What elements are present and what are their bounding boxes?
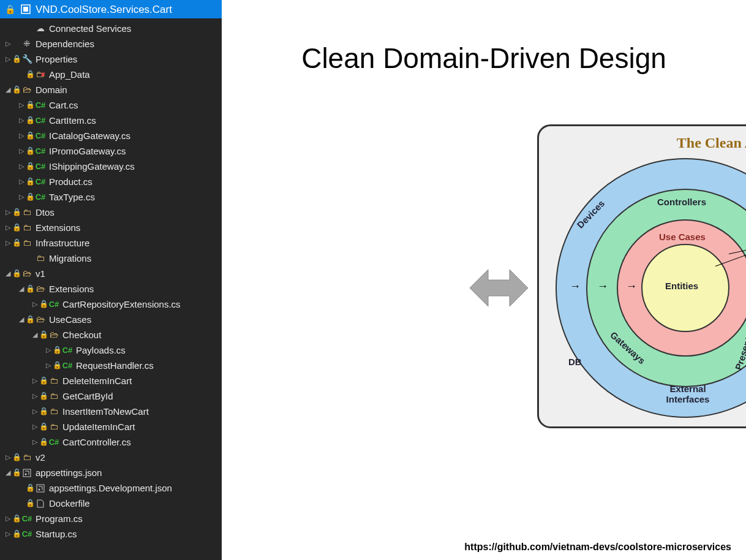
tree-item[interactable]: ▷🔒C#RequestHandler.cs (0, 358, 222, 373)
expand-arrow-icon[interactable]: ◢ (4, 266, 12, 281)
expand-arrow-icon[interactable]: ▷ (31, 404, 39, 419)
tree-item[interactable]: ▷🔒🗀Dtos (0, 205, 222, 220)
expand-arrow-icon[interactable]: ▷ (31, 373, 39, 388)
tree-item[interactable]: ▷🔒C#Product.cs (0, 174, 222, 189)
tree-item[interactable]: ▷⁜Dependencies (0, 36, 222, 51)
tree-item[interactable]: ▷🔒C#Cart.cs (0, 97, 222, 113)
tree-item[interactable]: ▷🔒🔧Properties (0, 51, 222, 67)
tree-item[interactable]: ▷🔒C#CartController.cs (0, 434, 222, 450)
expand-arrow-icon[interactable]: ▷ (17, 174, 26, 189)
tree-item-label: IPromoGateway.cs (47, 143, 126, 159)
expand-arrow-icon[interactable]: ▷ (31, 388, 39, 404)
expand-arrow-icon[interactable]: ◢ (17, 281, 26, 297)
tree-item[interactable]: ▷🔒C#TaxType.cs (0, 189, 222, 205)
cloud-icon: ☁ (34, 21, 47, 36)
expand-arrow-icon[interactable]: ▷ (17, 143, 26, 159)
arrow-in-icon: → (597, 280, 608, 293)
tree-item-label: Infrastructure (33, 235, 89, 251)
open-folder-icon: 🗁 (21, 266, 33, 281)
tree-item[interactable]: ▷🔒C#Startup.cs (0, 526, 222, 542)
tree-item[interactable]: ▷🔒C#CartRepositoryExtensions.cs (0, 297, 222, 312)
expand-arrow-icon[interactable]: ▷ (4, 220, 12, 235)
expand-arrow-icon[interactable]: ▷ (4, 205, 12, 220)
csharp-file-icon: C# (34, 189, 47, 205)
tree-item[interactable]: ☁Connected Services (0, 21, 222, 36)
lock-icon: 🔒 (26, 97, 34, 113)
expand-arrow-icon[interactable]: ◢ (4, 465, 12, 480)
csharp-file-icon: C# (34, 159, 47, 174)
tree-item[interactable]: ▷🔒🗀UpdateItemInCart (0, 419, 222, 434)
folder-icon: 🗀 (48, 419, 60, 434)
lock-icon: 🔒 (26, 143, 34, 159)
svg-rect-2 (23, 469, 31, 477)
lock-icon: 🔒 (4, 2, 16, 17)
expand-arrow-icon[interactable]: ▷ (44, 358, 53, 373)
tree-item-label: Extensions (47, 281, 94, 297)
folder-icon: 🗀 (48, 404, 60, 419)
tree-item-label: Properties (33, 51, 77, 67)
tree-item[interactable]: ◢🔒🗁Domain (0, 82, 222, 97)
expand-arrow-icon[interactable]: ▷ (4, 511, 12, 526)
expand-arrow-icon[interactable]: ▷ (44, 342, 53, 358)
expand-arrow-icon[interactable]: ▷ (4, 450, 12, 465)
tree-item[interactable]: ▷🔒🗀Extensions (0, 220, 222, 235)
expand-arrow-icon[interactable]: ◢ (31, 327, 39, 342)
tree-item[interactable]: ▷🔒🗀GetCartById (0, 388, 222, 404)
tree-item[interactable]: ▷🔒C#IShippingGateway.cs (0, 159, 222, 174)
expand-arrow-icon[interactable]: ◢ (4, 82, 12, 97)
tree-item[interactable]: ▷🔒C#Program.cs (0, 511, 222, 526)
tree-item[interactable]: ▷🔒🗀DeleteItemInCart (0, 373, 222, 388)
expand-arrow-icon[interactable]: ▷ (31, 419, 39, 434)
expand-arrow-icon[interactable]: ▷ (4, 51, 12, 67)
tree-item[interactable]: ◢🔒🗁Checkout (0, 327, 222, 342)
tree-item[interactable]: ▷🔒C#Payloads.cs (0, 342, 222, 358)
tree-item[interactable]: 🗀Migrations (0, 251, 222, 266)
footer-link[interactable]: https://github.com/vietnam-devs/coolstor… (464, 542, 731, 553)
expand-arrow-icon[interactable]: ◢ (17, 312, 26, 327)
expand-arrow-icon[interactable]: ▷ (17, 113, 26, 128)
project-title: VND.CoolStore.Services.Cart (36, 2, 172, 17)
tree: ☁Connected Services▷⁜Dependencies▷🔒🔧Prop… (0, 18, 222, 547)
tree-item[interactable]: 🔒appsettings.Development.json (0, 480, 222, 496)
tree-item-label: Program.cs (33, 511, 83, 526)
expand-arrow-icon[interactable]: ▷ (4, 235, 12, 251)
expand-arrow-icon[interactable]: ▷ (17, 159, 26, 174)
svg-point-3 (25, 473, 27, 475)
tree-item[interactable]: ▷🔒🗀Infrastructure (0, 235, 222, 251)
svg-point-5 (39, 488, 40, 490)
project-header[interactable]: 🔒 VND.CoolStore.Services.Cart (0, 0, 222, 18)
expand-arrow-icon[interactable]: ▷ (31, 434, 39, 450)
tree-item[interactable]: ▷🔒🗀InsertItemToNewCart (0, 404, 222, 419)
folder-icon: 🗀 (48, 373, 60, 388)
folder-icon: 🗀 (21, 235, 33, 251)
expand-arrow-icon[interactable]: ▷ (4, 526, 12, 542)
tree-item[interactable]: ◢🔒🗁v1 (0, 266, 222, 281)
tree-item[interactable]: ◢🔒appsettings.json (0, 465, 222, 480)
lock-icon: 🔒 (12, 220, 21, 235)
lock-icon: 🔒 (12, 266, 21, 281)
tree-item[interactable]: ▷🔒C#IPromoGateway.cs (0, 143, 222, 159)
expand-arrow-icon[interactable]: ▷ (31, 297, 39, 312)
expand-arrow-icon[interactable]: ▷ (17, 128, 26, 143)
folder-icon: 🗀 (21, 450, 33, 465)
lock-icon: 🔒 (12, 511, 21, 526)
tree-item[interactable]: ▷🔒🗀v2 (0, 450, 222, 465)
folder-icon: 🗀 (34, 251, 47, 266)
tree-item[interactable]: ◢🔒🗁Extensions (0, 281, 222, 297)
lbl-db: DB (568, 357, 582, 367)
tree-item[interactable]: ▷🔒C#CartItem.cs (0, 113, 222, 128)
lbl-controllers: Controllers (657, 197, 706, 207)
bidirectional-arrow-icon (470, 267, 528, 309)
lock-icon: 🔒 (26, 480, 34, 496)
expand-arrow-icon[interactable]: ▷ (17, 97, 26, 113)
tree-item[interactable]: 🔒Dockerfile (0, 496, 222, 511)
tree-item[interactable]: 🔒🗀✖App_Data (0, 67, 222, 82)
tree-item[interactable]: ◢🔒🗁UseCases (0, 312, 222, 327)
lock-icon: 🔒 (26, 159, 34, 174)
expand-arrow-icon[interactable]: ▷ (17, 189, 26, 205)
csharp-file-icon: C# (61, 342, 73, 358)
tree-item[interactable]: ▷🔒C#ICatalogGateway.cs (0, 128, 222, 143)
expand-arrow-icon[interactable]: ▷ (4, 36, 12, 51)
tree-item-label: Domain (33, 82, 67, 97)
tree-item-label: CartItem.cs (47, 113, 96, 128)
